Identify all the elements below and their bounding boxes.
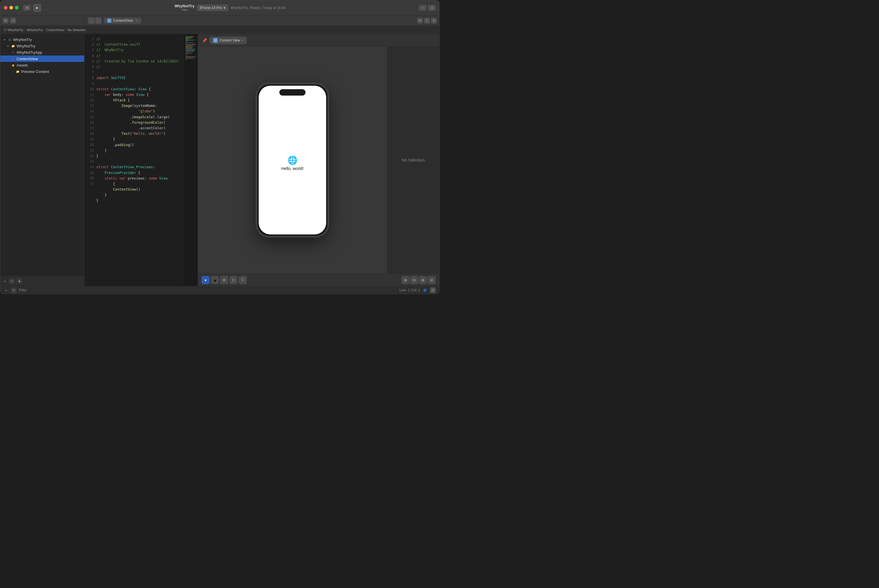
nav-forward-button[interactable]: › <box>95 17 101 24</box>
folder-icon: 📁 <box>11 44 15 48</box>
inspector-toggle-icon[interactable]: ⊡ <box>428 5 436 11</box>
breadcrumb-icon: ⊡ <box>4 28 6 32</box>
navigator-icon[interactable]: ⊞ <box>3 18 8 24</box>
chevron-icon: ▾ <box>242 39 243 42</box>
tab-close-icon[interactable]: ✕ <box>136 19 138 22</box>
info-button[interactable]: ⓘ <box>239 276 247 284</box>
split-editor-icon[interactable]: ⇄ <box>417 18 423 24</box>
breadcrumb: ⊡ WhyNotTry › WhyNotTry › ContentView › … <box>4 28 88 32</box>
close-button[interactable] <box>4 6 8 10</box>
traffic-lights <box>4 6 19 10</box>
sidebar-item-whynottry-folder[interactable]: ▾ 📁 WhyNotTry <box>0 43 84 49</box>
sidebar-bottom: + ≡ ◈ <box>0 276 84 286</box>
sidebar-item-contentview[interactable]: S ContentView <box>0 56 84 62</box>
breadcrumb-part2[interactable]: WhyNotTry <box>27 28 43 32</box>
volume-up-button <box>256 116 257 126</box>
minimap-content <box>185 36 196 60</box>
grid-preview-button[interactable]: ⊞ <box>220 276 228 284</box>
disclosure-arrow-preview: › <box>11 70 14 73</box>
main-content: ▾ ⊡ WhyNotTry ▾ 📁 WhyNotTry S WhyNotTryA… <box>0 34 439 286</box>
zoom-reset-button[interactable]: ⊘ <box>428 276 436 284</box>
xcode-window: ⊞ ▶ WhyNotTry main iPhone 14 Pro ▾ WhyNo… <box>0 0 440 294</box>
titlebar-center: WhyNotTry main iPhone 14 Pro ▾ WhyNotTry… <box>44 4 416 12</box>
no-selection-panel: No Selection <box>387 47 439 273</box>
layout-icon[interactable]: ⊡ <box>430 287 436 293</box>
device-preview-button[interactable]: 📱 <box>211 276 219 284</box>
filter-icon: ≡ <box>9 278 15 284</box>
project-label: WhyNotTry <box>13 38 32 42</box>
secondary-toolbar: ⊞ ⎇ ‹ › S ContentView ✕ ⇄ ≡ ⊡ <box>0 15 439 26</box>
code-text[interactable]: // // ContentView.swift // WhyNotTry // … <box>95 34 183 286</box>
folder-label: WhyNotTry <box>17 44 36 48</box>
code-area[interactable]: 12345 678910 1112131415 1617181920 21222… <box>84 34 198 286</box>
preview-bottom-toolbar: ● 📱 ⊞ ⊡ ⓘ ⊕ ⊖ ⊕ ⊘ <box>198 273 439 286</box>
device-selector[interactable]: iPhone 14 Pro ▾ <box>197 4 228 11</box>
status-indicator <box>424 289 427 292</box>
status-add-button[interactable]: + <box>4 288 8 292</box>
sidebar-toggle-icon[interactable]: ⊞ <box>23 5 31 11</box>
breadcrumb-sep2: › <box>44 28 45 32</box>
asset-icon: ◼ <box>11 63 15 68</box>
preview-panel: 📌 S Content View ▾ 🌐 Hello, world! <box>198 34 439 286</box>
fullscreen-button[interactable] <box>15 6 19 10</box>
status-right: Line: 1 Col: 1 ⊡ <box>400 287 436 293</box>
phone-preview-area: 🌐 Hello, world! <box>198 47 387 273</box>
preview-mode-buttons: ● 📱 ⊞ ⊡ ⓘ <box>201 276 247 284</box>
add-file-button[interactable]: + <box>3 279 7 284</box>
toolbar-left: ⊞ ⎇ <box>0 18 84 24</box>
file-tree: ▾ ⊡ WhyNotTry ▾ 📁 WhyNotTry S WhyNotTryA… <box>0 34 84 276</box>
breadcrumb-part3[interactable]: ContentView <box>46 28 64 32</box>
build-status: WhyNotTry: Ready | Today at 18:44 <box>230 6 285 10</box>
editor-options-icon[interactable]: ≡ <box>424 18 430 24</box>
preview-toolbar: 📌 S Content View ▾ <box>198 34 439 47</box>
tab-label: ContentView <box>113 19 133 22</box>
power-button <box>328 113 329 130</box>
breadcrumb-part4[interactable]: No Selection <box>68 28 86 32</box>
canvas-icon[interactable]: ⊡ <box>431 18 437 24</box>
content-view-tab[interactable]: S ContentView ✕ <box>104 17 141 24</box>
duplicate-button[interactable]: ⊡ <box>229 276 237 284</box>
sidebar-item-whynottry-project[interactable]: ▾ ⊡ WhyNotTry <box>0 36 84 43</box>
filter-label: Filter <box>19 288 27 292</box>
globe-icon: 🌐 <box>287 155 298 165</box>
minimize-button[interactable] <box>9 6 13 10</box>
line-numbers: 12345 678910 1112131415 1617181920 21222… <box>84 34 95 286</box>
status-bar: + ⊡ Filter Line: 1 Col: 1 ⊡ <box>0 286 439 294</box>
disclosure-arrow-folder: ▾ <box>6 44 10 48</box>
toolbar-center: ‹ › S ContentView ✕ <box>84 17 415 24</box>
sidebar: ▾ ⊡ WhyNotTry ▾ 📁 WhyNotTry S WhyNotTryA… <box>0 34 84 286</box>
sidebar-item-whynottryapp[interactable]: S WhyNotTryApp <box>0 49 84 56</box>
run-button[interactable]: ▶ <box>33 4 41 12</box>
breadcrumb-sep3: › <box>65 28 66 32</box>
disclosure-arrow: ▾ <box>3 38 6 41</box>
zoom-fit-button[interactable]: ⊕ <box>401 276 410 284</box>
preview-title: Content View <box>219 38 240 42</box>
phone-content: 🌐 Hello, world! <box>281 150 304 171</box>
zoom-controls: ⊕ ⊖ ⊕ ⊘ <box>401 276 436 284</box>
source-control-icon[interactable]: ⎇ <box>10 18 16 24</box>
project-target: main <box>181 8 188 12</box>
sidebar-item-preview-content[interactable]: › 📁 Preview Content <box>0 68 84 75</box>
pin-icon[interactable]: 📌 <box>201 38 207 43</box>
swift-icon-selected: S <box>11 56 15 61</box>
preview-main: 🌐 Hello, world! No Selection <box>198 47 439 273</box>
breadcrumb-bar: ⊡ WhyNotTry › WhyNotTry › ContentView › … <box>0 26 439 34</box>
contentview-label: ContentView <box>17 57 38 61</box>
hello-world-text: Hello, world! <box>281 166 304 171</box>
live-preview-button[interactable]: ● <box>201 276 210 284</box>
sidebar-item-assets[interactable]: ◼ Assets <box>0 62 84 68</box>
breadcrumb-part1[interactable]: WhyNotTry <box>8 28 24 32</box>
add-tab-icon[interactable]: + <box>419 5 427 11</box>
nav-back-button[interactable]: ‹ <box>88 17 95 24</box>
content-view-selector[interactable]: S Content View ▾ <box>210 37 247 44</box>
status-filter-icon[interactable]: ⊡ <box>11 287 17 293</box>
swift-icon: S <box>11 50 15 55</box>
app-file-label: WhyNotTryApp <box>17 50 42 55</box>
titlebar-right-icons: + ⊡ <box>419 5 436 11</box>
preview-content-label: Preview Content <box>21 69 49 74</box>
nav-arrows: ‹ › <box>88 17 101 24</box>
zoom-in-button[interactable]: ⊕ <box>419 276 427 284</box>
no-selection-text: No Selection <box>402 158 425 162</box>
device-name: iPhone 14 Pro <box>200 6 222 10</box>
zoom-out-button[interactable]: ⊖ <box>410 276 418 284</box>
